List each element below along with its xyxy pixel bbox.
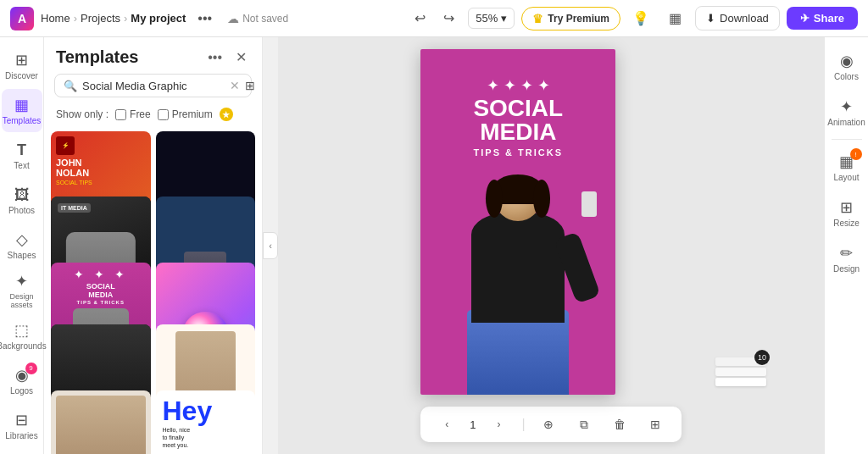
page-number: 1 bbox=[470, 418, 476, 431]
discover-icon: ⊞ bbox=[15, 51, 28, 69]
panel-header: Templates ••• ✕ bbox=[44, 37, 262, 74]
canvas-wrapper: ✦ ✦ ✦ ✦ SOCIAL MEDIA TIPS & TRICKS bbox=[420, 49, 681, 442]
logos-badge: 9 bbox=[25, 363, 37, 374]
panel-title: Templates bbox=[56, 47, 198, 67]
sidebar-item-discover[interactable]: ⊞ Discover bbox=[2, 44, 42, 87]
sidebar-item-templates[interactable]: ▦ Templates bbox=[2, 89, 42, 132]
design-icon: ✏ bbox=[840, 244, 853, 263]
undo-redo-group: ↩ ↪ bbox=[407, 6, 461, 31]
premium-badge-icon: ★ bbox=[220, 108, 233, 121]
filter-row: Show only : Free Premium ★ bbox=[44, 104, 262, 128]
template-card[interactable]: Hey Hello, niceto finallymeet you. ✦ bbox=[156, 390, 256, 454]
templates-panel: Templates ••• ✕ 🔍 ✕ ⊞ Show only : Free P… bbox=[44, 37, 263, 454]
template-card[interactable]: YouTubeThumbnail bbox=[51, 390, 151, 454]
more-options-button[interactable]: ••• bbox=[192, 9, 217, 28]
filter-free-checkbox[interactable]: Free bbox=[115, 108, 151, 120]
search-icon: 🔍 bbox=[64, 80, 77, 92]
sidebar-item-logos[interactable]: ◉ Logos 9 bbox=[2, 359, 42, 402]
colors-icon: ◉ bbox=[840, 52, 854, 70]
delete-page-button[interactable]: 🗑 bbox=[607, 412, 632, 437]
inspiration-button[interactable]: 💡 bbox=[627, 5, 654, 32]
design-assets-icon: ✦ bbox=[15, 272, 28, 291]
canvas-title-social: SOCIAL MEDIA bbox=[473, 97, 563, 144]
free-checkbox-input[interactable] bbox=[115, 109, 126, 120]
sidebar-item-libraries[interactable]: ⊟ Libraries bbox=[2, 404, 42, 447]
canvas-toolbar: ‹ 1 › | ⊕ ⧉ 🗑 ⊞ bbox=[420, 407, 681, 442]
chevron-down-icon: ▾ bbox=[501, 12, 507, 25]
sidebar-item-shapes[interactable]: ◇ Shapes bbox=[2, 224, 42, 267]
prev-page-button[interactable]: ‹ bbox=[434, 412, 459, 437]
sidebar-item-backgrounds[interactable]: ⬚ Backgrounds bbox=[2, 314, 42, 357]
breadcrumb: Home › Projects › My project bbox=[41, 12, 186, 25]
crown-icon: ♛ bbox=[532, 12, 543, 25]
sidebar-item-design[interactable]: ✏ Design bbox=[826, 236, 867, 280]
notes-area: 10 bbox=[715, 357, 766, 386]
template-grid: ⚡ JOHNNOLAN SOCIAL TIPS ▶ MEDIA JOSEPH S… bbox=[44, 128, 262, 454]
sparkles-decoration: ✦ ✦ ✦ ✦ bbox=[487, 76, 550, 95]
resize-icon: ⊞ bbox=[840, 198, 853, 217]
share-button[interactable]: ✈ Share bbox=[787, 7, 858, 30]
download-icon: ⬇ bbox=[706, 12, 715, 25]
aztec-logo: ⚡ bbox=[56, 136, 75, 155]
download-button[interactable]: ⬇ Download bbox=[695, 6, 780, 30]
libraries-icon: ⊟ bbox=[15, 411, 28, 429]
search-filter-icon[interactable]: ⊞ bbox=[245, 79, 255, 92]
breadcrumb-current[interactable]: My project bbox=[131, 12, 186, 25]
sidebar-item-text[interactable]: T Text bbox=[2, 134, 42, 177]
left-sidebar: ⊞ Discover ▦ Templates T Text 🖼 Photos ◇… bbox=[0, 37, 44, 454]
add-page-button[interactable]: ⊕ bbox=[536, 412, 561, 437]
note-card bbox=[715, 378, 766, 386]
sidebar-item-resize[interactable]: ⊞ Resize bbox=[826, 191, 867, 235]
backgrounds-icon: ⬚ bbox=[14, 321, 29, 340]
panel-collapse-button[interactable]: ‹ bbox=[263, 232, 278, 259]
breadcrumb-home[interactable]: Home bbox=[41, 12, 70, 25]
grid-view-button[interactable]: ⊞ bbox=[643, 412, 668, 437]
premium-checkbox-input[interactable] bbox=[158, 109, 169, 120]
top-bar: A Home › Projects › My project ••• ☁ Not… bbox=[0, 0, 868, 37]
resize-icon-button[interactable]: ▦ bbox=[661, 5, 688, 32]
main-layout: ⊞ Discover ▦ Templates T Text 🖼 Photos ◇… bbox=[0, 37, 868, 454]
sidebar-item-colors[interactable]: ◉ Colors bbox=[826, 44, 867, 88]
search-bar: 🔍 ✕ ⊞ bbox=[54, 74, 252, 97]
canvas-page[interactable]: ✦ ✦ ✦ ✦ SOCIAL MEDIA TIPS & TRICKS bbox=[420, 49, 615, 395]
cloud-icon: ☁ bbox=[227, 12, 239, 25]
sidebar-item-photos[interactable]: 🖼 Photos bbox=[2, 179, 42, 222]
shapes-icon: ◇ bbox=[16, 230, 28, 249]
try-premium-button[interactable]: ♛ Try Premium bbox=[521, 7, 620, 30]
undo-button[interactable]: ↩ bbox=[407, 6, 432, 31]
templates-icon: ▦ bbox=[14, 96, 29, 114]
notes-count-badge: 10 bbox=[754, 350, 770, 365]
next-page-button[interactable]: › bbox=[487, 412, 512, 437]
panel-more-button[interactable]: ••• bbox=[204, 48, 225, 67]
sidebar-divider bbox=[832, 139, 862, 140]
save-status: ☁ Not saved bbox=[227, 12, 288, 25]
breadcrumb-projects[interactable]: Projects bbox=[81, 12, 120, 25]
sidebar-item-design-assets[interactable]: ✦ Design assets bbox=[2, 269, 42, 313]
search-input[interactable] bbox=[82, 80, 225, 92]
sidebar-item-animation[interactable]: ✦ Animation bbox=[826, 90, 867, 134]
photos-icon: 🖼 bbox=[14, 186, 30, 204]
search-clear-icon[interactable]: ✕ bbox=[230, 79, 240, 92]
canvas-area: ✦ ✦ ✦ ✦ SOCIAL MEDIA TIPS & TRICKS bbox=[278, 37, 824, 454]
duplicate-page-button[interactable]: ⧉ bbox=[571, 412, 597, 437]
share-icon: ✈ bbox=[800, 12, 810, 25]
canvas-person-image bbox=[437, 174, 598, 395]
redo-button[interactable]: ↪ bbox=[436, 6, 461, 31]
topbar-right: ♛ Try Premium 💡 ▦ ⬇ Download ✈ Share bbox=[521, 5, 858, 32]
filter-premium-checkbox[interactable]: Premium bbox=[158, 108, 213, 120]
note-card bbox=[715, 368, 766, 376]
canvas-subtitle: TIPS & TRICKS bbox=[474, 147, 563, 158]
panel-close-button[interactable]: ✕ bbox=[232, 47, 250, 67]
layout-badge: ! bbox=[850, 148, 862, 160]
right-sidebar: ◉ Colors ✦ Animation ▦ Layout ! ⊞ Resize… bbox=[824, 37, 868, 454]
text-icon: T bbox=[17, 141, 26, 159]
topbar-center: ↩ ↪ 55% ▾ bbox=[407, 6, 515, 31]
app-logo[interactable]: A bbox=[10, 7, 34, 30]
sidebar-item-layout[interactable]: ▦ Layout ! bbox=[826, 145, 867, 189]
animation-icon: ✦ bbox=[840, 97, 853, 116]
zoom-control[interactable]: 55% ▾ bbox=[468, 8, 515, 29]
